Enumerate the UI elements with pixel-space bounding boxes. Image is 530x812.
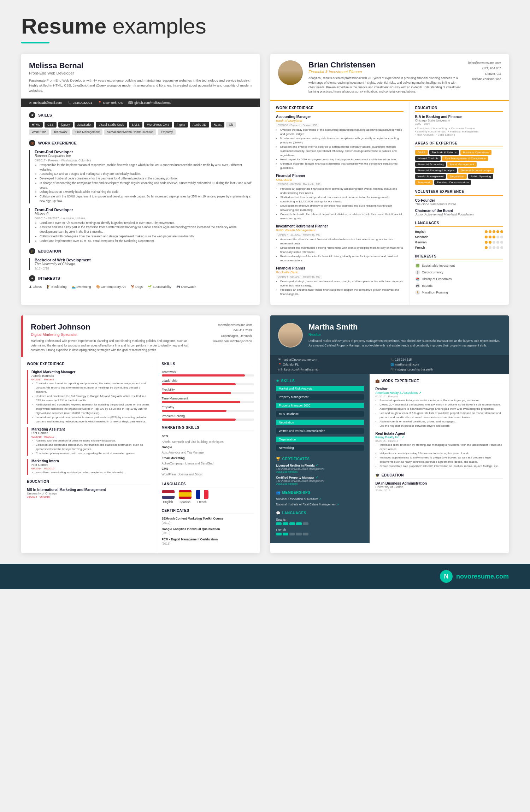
brian-edu-degree: B.A in Banking and Finance	[415, 115, 503, 119]
bw1-bullets: Oversee the daily operations of the acco…	[276, 128, 404, 170]
rw3-company: Riot Games	[31, 463, 150, 467]
edu-date: 06/2014 - 06/2018	[27, 495, 150, 498]
rw2-date: 02/2015 - 05/2017	[31, 435, 150, 438]
melissa-skills-grid: HTML CSS jQuery JavaScript Visual Studio…	[29, 122, 252, 135]
bullet: Monitor and analyze accounting data to e…	[280, 136, 404, 145]
lang-name: French	[276, 528, 364, 532]
bullet: Studied market trends and produced risk …	[280, 195, 404, 204]
brand-domain: .com	[494, 573, 509, 580]
martha-memberships-heading: 👥 MEMBERSHIPS	[276, 491, 364, 494]
skill-flexibility: Flexibility	[162, 388, 254, 394]
skill-comm: Written and Verbal Communication	[276, 428, 364, 434]
skill-sass: SASS	[129, 122, 143, 128]
interest-swim: 🏊 Swimming	[72, 285, 91, 289]
bullet: Debug issues on a weekly basis while mai…	[40, 190, 252, 194]
melissa-bio: Passionate Front-End Web Developer with …	[29, 78, 252, 93]
bullet: Led the negotiation process between buye…	[379, 424, 503, 428]
bullet: Coded and implemented over 40 HTML email…	[40, 239, 252, 243]
edu-degree: MS In International Marketing and Manage…	[27, 488, 150, 492]
ms-email-desc: ActiveCampaign, Litmus and SendGrid	[162, 461, 254, 466]
edu-school: University of Florida	[375, 485, 503, 489]
work2-company: Minissoft	[35, 212, 252, 216]
interest-history: 📚 History of Economics	[415, 277, 503, 281]
martha-skills-heading: ★ SKILLS	[276, 379, 364, 383]
martha-header: Martha Smith Realtor Dedicated realtor w…	[270, 315, 509, 355]
martha-linkedin: in linkedin.com/in/martha.smith	[278, 368, 389, 371]
interest-sustainable: 💹 Sustainable Investment	[415, 263, 503, 268]
work2-bullets: Conducted over 60 A/B successful testing…	[35, 221, 252, 243]
bw1-title: Accounting Manager	[276, 115, 404, 119]
bullet: Collaborate with the UX/UI department to…	[40, 194, 252, 203]
bullet: Conducted over 60 A/B successful testing…	[40, 221, 252, 225]
flag-english: English	[162, 490, 175, 504]
interest-marathon: 🏃 Marathon Running	[415, 290, 503, 295]
bw2-title: Financial Planner	[276, 174, 404, 178]
resume-melissa: Melissa Bernal Front-End Web Developer P…	[21, 54, 260, 305]
martha-right: 💼 WORK EXPERIENCE Realtor American Realt…	[370, 374, 509, 543]
martha-left: ★ SKILLS Market and Risk Analysis Proper…	[270, 374, 370, 543]
work-icon: 💼	[29, 140, 35, 146]
rw1-date: 04/2017 - Present	[31, 378, 150, 381]
cert1-name: Licensed Realtor in Florida ✓	[276, 464, 364, 467]
martha-name: Martha Smith	[308, 322, 501, 332]
github-icon: ⌨	[128, 101, 133, 105]
bullet: Updated and monitored the Bid Strategy i…	[36, 394, 150, 403]
lang-name: English	[415, 230, 426, 233]
lang-french: French	[415, 246, 503, 249]
bullet: Closed 20+ successful transactions with …	[379, 403, 503, 407]
skill-bar-bg	[162, 410, 254, 412]
cert-icon: 🏆	[276, 457, 281, 461]
bullet: Compiled and distributed successfully th…	[36, 443, 150, 451]
skill-teamwork: Teamwork	[162, 370, 254, 377]
page-header: Resume examples	[21, 14, 509, 43]
brian-volunteer-heading: VOLUNTEER EXPERIENCE	[415, 190, 503, 196]
bw1-company: Bank of Maryland	[276, 119, 404, 123]
martha-work-heading: 💼 WORK EXPERIENCE	[375, 379, 503, 384]
bullet: Responsible for the implementation of re…	[40, 163, 252, 172]
robert-edu-heading: EDUCATION	[27, 480, 150, 485]
tag: Risk Management & Compliance	[442, 156, 488, 161]
melissa-interests-grid: ♟ Chess 🧗 Bouldering 🏊 Swimming 🎨 Contem…	[29, 285, 252, 289]
spanish-flag	[179, 490, 192, 499]
cert1-org: The Institute of Real Estate Management	[276, 467, 364, 470]
martha-name-block: Martha Smith Realtor Dedicated realtor w…	[308, 322, 501, 348]
work1-company: Banana Computers Inc	[35, 154, 252, 158]
brian-work-title-heading: WORK EXPERIENCE	[276, 106, 404, 112]
work1-title: Front-End Developer	[35, 150, 252, 154]
melissa-name: Melissa Bernal	[29, 61, 252, 70]
robert-header: Robert Johnson Digital Marketing Special…	[21, 315, 205, 357]
work-icon: 💼	[375, 379, 380, 383]
robert-cert-3: PCM - Digital Management Certification (…	[162, 538, 254, 546]
robert-certs-heading: CERTIFICATES	[162, 509, 254, 514]
robert-contact: robert@novoresume.com 044 412 2019 Copen…	[205, 315, 260, 349]
edu-label: EDUCATION	[38, 249, 61, 253]
tag: Business Operations	[460, 150, 491, 155]
interest-overwatch: 🎮 Overwatch	[176, 285, 196, 289]
bullet: Assessed the clients' current financial …	[280, 237, 404, 246]
melissa-phone: 📞 04460032021	[67, 101, 92, 105]
skill-bar-bg	[162, 383, 254, 385]
title-bold: Resume	[21, 14, 106, 38]
melissa-github: ⌨ github.com/melissa.bernal	[128, 101, 171, 105]
lang-spanish: Spanish	[276, 518, 364, 525]
melissa-work-heading: 💼 WORK EXPERIENCE	[29, 140, 252, 146]
tag: Negotiation	[447, 174, 466, 179]
brian-work-2: Financial Planner M&D Bank 03/2000 - 08/…	[276, 174, 404, 221]
melissa-location: 📍 New York, US	[98, 101, 123, 105]
martha-lang-heading: 💬 LANGUAGES	[276, 511, 364, 515]
skill-label: Leadership	[162, 379, 254, 383]
skill-empathy: Empathy	[162, 405, 254, 412]
skill-bar-bg	[162, 392, 254, 394]
skill-label: Time Management	[162, 397, 254, 400]
skill-js: JavaScript	[75, 122, 94, 128]
mw2-bullets: Increased client retention by creating a…	[375, 443, 503, 468]
bw3-title: Investment Retirement Planner	[276, 224, 404, 228]
martha-bio: Dedicated realtor with 5+ years of prope…	[308, 339, 501, 348]
mw2-date: 05/2015 - 01/2017	[375, 439, 503, 443]
lang-icon: 💬	[276, 511, 281, 515]
mw1-title: Realtor	[375, 387, 503, 391]
brian-lang-heading: LANGUAGES	[415, 221, 503, 227]
brian-body: WORK EXPERIENCE Accounting Manager Bank …	[270, 101, 509, 305]
skill-bar-fill	[162, 392, 231, 394]
lang-bars	[276, 533, 364, 535]
